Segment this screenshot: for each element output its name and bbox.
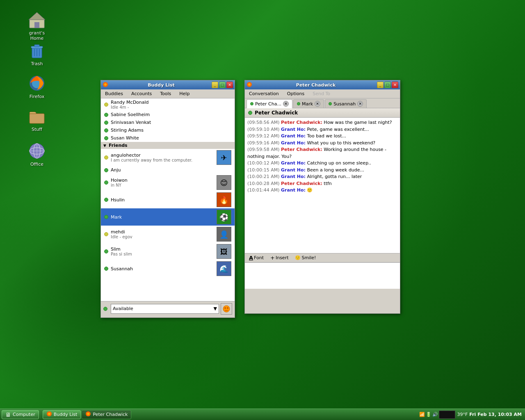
toolbar-smile-label: Smile!: [301, 255, 316, 260]
buddy-hoiwon-status: [104, 180, 108, 185]
buddy-stirling[interactable]: Stirling Adams: [101, 126, 235, 134]
buddy-list-close[interactable]: ✕: [226, 82, 233, 88]
buddy-susannah-name: Susannah: [111, 266, 217, 272]
msg-10: (10:01:44 AM) Grant Ho: 🙂: [247, 187, 397, 194]
tab-mark[interactable]: Mark ✕: [293, 99, 324, 108]
chat-window: Peter Chadwick _ □ ✕ Conversation Option…: [244, 80, 400, 314]
chat-input[interactable]: [245, 263, 400, 288]
buddy-list-minimize[interactable]: _: [212, 82, 218, 88]
buddy-anju[interactable]: Anju: [101, 166, 235, 174]
desktop-icon-trash[interactable]: Trash: [21, 39, 53, 68]
buddy-slim-avatar: 🖼: [217, 244, 231, 259]
buddy-randy[interactable]: Randy McDonald Idle 4m -: [101, 98, 235, 111]
chat-messages: (09:58:56 AM) Peter Chadwick: How was th…: [245, 118, 400, 253]
status-indicator: [103, 307, 107, 311]
tab-susannah[interactable]: Susannah ✕: [325, 99, 367, 108]
buddy-list-content: Randy McDonald Idle 4m - Sabine Soellhei…: [101, 98, 235, 301]
msg-1: (09:58:56 AM) Peter Chadwick: How was th…: [247, 119, 397, 126]
taskbar-buddy-label: Buddy List: [54, 412, 78, 417]
buddy-mark-name: Mark: [111, 215, 217, 220]
msg-7: (10:00:15 AM) Grant Ho: Been a long week…: [247, 167, 397, 174]
buddy-angulo[interactable]: angulohector I am currently away from th…: [101, 149, 235, 166]
toolbar-insert[interactable]: + Insert: [269, 254, 290, 261]
chat-title-icon: [247, 82, 253, 88]
menu-accounts[interactable]: Accounts: [129, 90, 154, 97]
buddy-srinivasan-status: [104, 121, 108, 125]
buddy-susan[interactable]: Susan White: [101, 134, 235, 142]
taskbar-buddy-list[interactable]: Buddy List: [43, 410, 81, 419]
taskbar-sep-1: [41, 411, 41, 419]
tab-peter-label: Peter Cha...: [255, 101, 281, 107]
peter-taskbar-icon: [85, 411, 91, 418]
tab-susannah-close[interactable]: ✕: [357, 101, 363, 107]
tab-peter-close[interactable]: ✕: [283, 101, 289, 107]
menu-options[interactable]: Options: [285, 90, 307, 97]
tab-mark-close[interactable]: ✕: [315, 101, 320, 107]
menu-help[interactable]: Help: [177, 90, 192, 97]
buddy-srinivasan[interactable]: Srinivasan Venkat: [101, 119, 235, 126]
svg-rect-11: [30, 114, 44, 123]
buddy-list-window: Buddy List _ □ ✕ Buddies Accounts Tools …: [100, 80, 235, 318]
firefox-icon-label: Firefox: [30, 94, 44, 99]
buddy-hsulin[interactable]: Hsulin 🔥: [101, 191, 235, 208]
status-select[interactable]: Available ▼: [111, 304, 219, 314]
buddy-list-titlebar: Buddy List _ □ ✕: [101, 80, 235, 89]
tray-monitor: [439, 411, 455, 419]
tab-peter-dot: [250, 102, 253, 105]
chat-minimize[interactable]: _: [377, 82, 383, 88]
tray-icon-2: 🔋: [426, 412, 431, 417]
buddy-slim-name: Slim: [111, 247, 217, 252]
buddy-mehdi[interactable]: mehdi Idle - egov 👤: [101, 226, 235, 243]
tab-peter[interactable]: Peter Cha... ✕: [247, 99, 292, 108]
chat-titlebar: Peter Chadwick _ □ ✕: [245, 80, 400, 89]
buddy-susan-status: [104, 136, 108, 140]
buddy-slim[interactable]: Slim Pas si slim 🖼: [101, 243, 235, 260]
buddy-list-maximize[interactable]: □: [219, 82, 226, 88]
desktop-icon-firefox[interactable]: Firefox: [21, 72, 53, 101]
tab-susannah-label: Susannah: [333, 101, 356, 107]
buddy-sabine[interactable]: Sabine Soellheim: [101, 111, 235, 119]
taskbar-computer[interactable]: 🖥 Computer: [2, 410, 39, 419]
buddy-angulo-name: angulohector: [111, 153, 217, 158]
taskbar-computer-label: Computer: [13, 412, 35, 417]
buddy-mark-avatar: ⚽: [217, 210, 231, 224]
menu-conversation[interactable]: Conversation: [247, 90, 281, 97]
buddy-angulo-sub: I am currently away from the computer.: [111, 158, 217, 162]
svg-point-20: [224, 307, 226, 309]
buddy-list-taskbar-icon: [46, 411, 52, 418]
buddy-hsulin-status: [104, 198, 108, 202]
group-friends[interactable]: ▼ Friends: [101, 142, 235, 149]
taskbar-peter[interactable]: Peter Chadwick: [82, 410, 131, 419]
buddy-anju-status: [104, 168, 108, 172]
buddy-hoiwon[interactable]: Hoiwon in NY 😊: [101, 174, 235, 191]
desktop-icon-office[interactable]: Office: [21, 139, 53, 169]
svg-point-27: [87, 413, 89, 415]
svg-rect-5: [34, 45, 39, 47]
chat-title: Peter Chadwick: [255, 82, 377, 88]
msg-2: (09:59:10 AM) Grant Ho: Pete, game was e…: [247, 126, 397, 133]
menu-tools[interactable]: Tools: [158, 90, 173, 97]
buddy-list-bottom: Available ▼: [101, 301, 235, 316]
menu-buddies[interactable]: Buddies: [103, 90, 126, 97]
msg-4: (09:59:16 AM) Grant Ho: What you up to t…: [247, 140, 397, 147]
buddy-icon-btn[interactable]: [221, 303, 232, 315]
desktop-icon-home[interactable]: grant's Home: [21, 8, 53, 43]
menu-sendto[interactable]: Send To: [310, 90, 333, 97]
chat-close[interactable]: ✕: [392, 82, 398, 88]
chat-maximize[interactable]: □: [384, 82, 391, 88]
toolbar-smile[interactable]: 🙂 Smile!: [293, 255, 317, 261]
svg-marker-1: [29, 12, 45, 20]
buddy-list-title-icon: [103, 82, 109, 88]
buddy-susannah[interactable]: Susannah 🌊: [101, 260, 235, 277]
tab-susannah-dot: [329, 102, 332, 105]
buddy-mehdi-sub: Idle - egov: [111, 235, 217, 239]
buddy-mark[interactable]: Mark ⚽: [101, 208, 235, 226]
chat-tabs: Peter Cha... ✕ Mark ✕ Susannah ✕: [245, 98, 400, 108]
buddy-hoiwon-name: Hoiwon: [111, 178, 217, 183]
stuff-icon-label: Stuff: [32, 127, 42, 132]
buddy-susannah-avatar: 🌊: [217, 261, 231, 276]
buddy-list-menubar: Buddies Accounts Tools Help: [101, 89, 235, 98]
taskbar-left: 🖥 Computer Buddy List Peter Chadwick: [0, 410, 131, 419]
toolbar-font[interactable]: A Font: [247, 254, 265, 261]
desktop-icon-stuff[interactable]: Stuff: [21, 105, 53, 134]
